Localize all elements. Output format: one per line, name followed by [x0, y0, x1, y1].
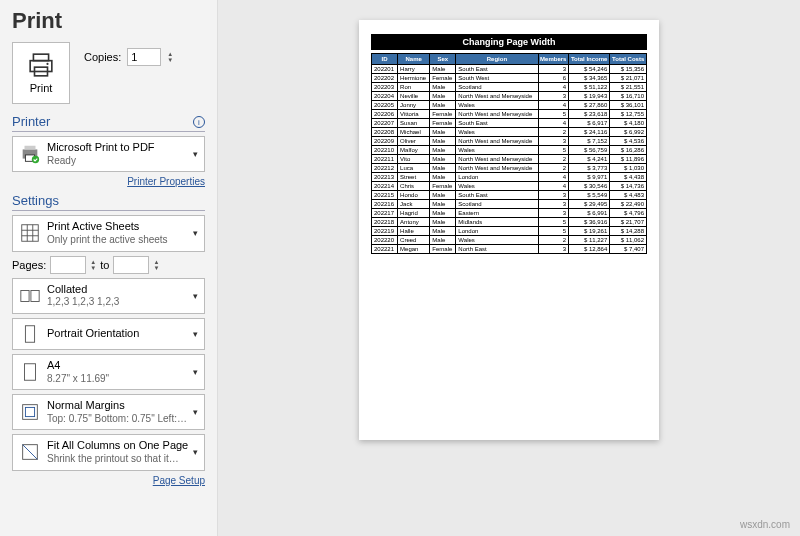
col-header: ID — [372, 54, 398, 65]
preview-page: Changing Page Width IDNameSexRegionMembe… — [359, 20, 659, 440]
table-row: 202216JackMaleScotland3$ 29,495$ 22,490 — [372, 200, 647, 209]
margins-icon — [19, 401, 41, 423]
paper-size-dropdown[interactable]: A4 8.27" x 11.69" ▾ — [12, 354, 205, 390]
printer-dropdown[interactable]: Microsoft Print to PDF Ready ▾ — [12, 136, 205, 172]
table-row: 202211VitoMaleNorth West and Merseyside2… — [372, 155, 647, 164]
table-row: 202205JonnyMaleWales4$ 27,860$ 36,101 — [372, 101, 647, 110]
table-row: 202214ChrisFemaleWales4$ 30,546$ 14,736 — [372, 182, 647, 191]
svg-rect-0 — [33, 54, 48, 61]
table-row: 202210MalfoyMaleWales5$ 56,759$ 16,286 — [372, 146, 647, 155]
table-row: 202207SusanFemaleSouth East4$ 6,917$ 4,1… — [372, 119, 647, 128]
printer-icon — [28, 52, 54, 78]
chevron-down-icon: ▾ — [193, 407, 198, 417]
table-row: 202202HermioneFemaleSouth West6$ 34,365$… — [372, 74, 647, 83]
preview-area: Changing Page Width IDNameSexRegionMembe… — [218, 0, 800, 536]
col-header: Members — [538, 54, 569, 65]
table-row: 202206VittoriaFemaleNorth West and Merse… — [372, 110, 647, 119]
svg-rect-14 — [31, 290, 39, 301]
print-scope-dropdown[interactable]: Print Active Sheets Only print the activ… — [12, 215, 205, 251]
col-header: Total Income — [569, 54, 610, 65]
table-row: 202203RonMaleScotland4$ 51,122$ 21,551 — [372, 83, 647, 92]
settings-section-title: Settings — [12, 193, 205, 211]
scaling-icon — [19, 441, 41, 463]
svg-point-7 — [32, 156, 39, 163]
chevron-down-icon: ▾ — [193, 367, 198, 377]
scaling-dropdown[interactable]: Fit All Columns on One Page Shrink the p… — [12, 434, 205, 470]
page-setup-link[interactable]: Page Setup — [12, 475, 205, 486]
page-title: Print — [12, 8, 205, 34]
portrait-icon — [19, 323, 41, 345]
svg-rect-1 — [30, 61, 52, 72]
orientation-dropdown[interactable]: Portrait Orientation ▾ — [12, 318, 205, 350]
svg-point-3 — [46, 63, 48, 65]
table-row: 202215HondoMaleSouth East3$ 5,549$ 4,483 — [372, 191, 647, 200]
pages-to-spinner[interactable]: ▲▼ — [153, 259, 159, 271]
svg-rect-13 — [21, 290, 29, 301]
table-row: 202204NevilleMaleNorth West and Merseysi… — [372, 92, 647, 101]
svg-rect-5 — [25, 146, 36, 150]
table-row: 202217HagridMaleEastern3$ 6,991$ 4,796 — [372, 209, 647, 218]
print-settings-panel: Print Print Copies: ▲▼ Printer i Microso… — [0, 0, 218, 536]
print-button[interactable]: Print — [12, 42, 70, 104]
svg-rect-16 — [25, 364, 36, 381]
svg-rect-17 — [23, 405, 38, 420]
info-icon[interactable]: i — [193, 116, 205, 128]
col-header: Sex — [430, 54, 456, 65]
copies-input[interactable] — [127, 48, 161, 66]
svg-line-20 — [23, 445, 38, 460]
col-header: Total Costs — [610, 54, 647, 65]
svg-rect-18 — [25, 408, 34, 417]
svg-rect-15 — [25, 326, 34, 343]
table-row: 202201HarryMaleSouth East3$ 54,246$ 15,3… — [372, 65, 647, 74]
svg-rect-8 — [22, 225, 39, 242]
margins-dropdown[interactable]: Normal Margins Top: 0.75" Bottom: 0.75" … — [12, 394, 205, 430]
preview-table: IDNameSexRegionMembersTotal IncomeTotal … — [371, 53, 647, 254]
table-row: 202209OliverMaleNorth West and Merseysid… — [372, 137, 647, 146]
printer-device-icon — [19, 143, 41, 165]
table-row: 202212LucaMaleNorth West and Merseyside2… — [372, 164, 647, 173]
page-icon — [19, 361, 41, 383]
pages-label: Pages: — [12, 259, 46, 271]
chevron-down-icon: ▾ — [193, 329, 198, 339]
pages-to-input[interactable] — [113, 256, 149, 274]
preview-title: Changing Page Width — [371, 34, 647, 50]
printer-section-title: Printer i — [12, 114, 205, 132]
chevron-down-icon: ▾ — [193, 291, 198, 301]
table-row: 202218AntonyMaleMidlands5$ 36,916$ 21,70… — [372, 218, 647, 227]
watermark: wsxdn.com — [740, 519, 790, 530]
sheets-icon — [19, 222, 41, 244]
table-row: 202220CreedMaleWales2$ 11,227$ 11,062 — [372, 236, 647, 245]
chevron-down-icon: ▾ — [193, 149, 198, 159]
pages-from-spinner[interactable]: ▲▼ — [90, 259, 96, 271]
printer-properties-link[interactable]: Printer Properties — [12, 176, 205, 187]
col-header: Name — [398, 54, 430, 65]
chevron-down-icon: ▾ — [193, 228, 198, 238]
table-row: 202219HalleMaleLondon5$ 19,261$ 14,288 — [372, 227, 647, 236]
col-header: Region — [456, 54, 538, 65]
pages-from-input[interactable] — [50, 256, 86, 274]
table-row: 202213StreetMaleLondon4$ 9,971$ 4,438 — [372, 173, 647, 182]
table-row: 202208MichaelMaleWales2$ 24,116$ 6,992 — [372, 128, 647, 137]
collate-icon — [19, 285, 41, 307]
copies-label: Copies: — [84, 51, 121, 63]
chevron-down-icon: ▾ — [193, 447, 198, 457]
collate-dropdown[interactable]: Collated 1,2,3 1,2,3 1,2,3 ▾ — [12, 278, 205, 314]
copies-spinner[interactable]: ▲▼ — [167, 51, 173, 63]
table-row: 202221MeganFemaleNorth East3$ 12,864$ 7,… — [372, 245, 647, 254]
